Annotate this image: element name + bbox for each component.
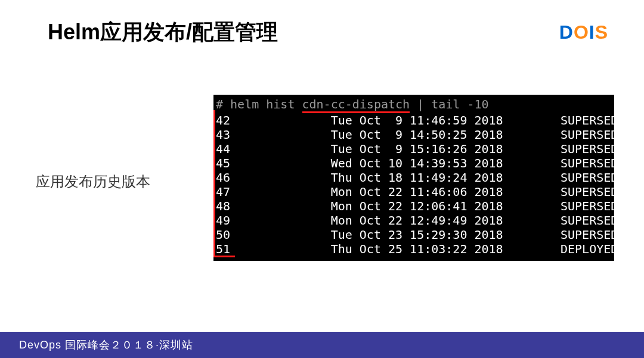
logo-i: I xyxy=(589,21,595,43)
cmd-release-name: cdn-cc-dispatch xyxy=(302,97,410,113)
dois-logo: DOIS xyxy=(559,21,608,43)
cmd-tail: | tail -10 xyxy=(410,97,488,111)
red-highlight-bottom xyxy=(213,256,235,257)
red-highlight-vertical xyxy=(213,110,215,257)
terminal-row: 48 Mon Oct 22 12:06:41 2018 SUPERSEDED xyxy=(216,199,607,213)
terminal-row: 44 Tue Oct 9 15:16:26 2018 SUPERSEDED xyxy=(216,142,607,156)
terminal-row: 51 Thu Oct 25 11:03:22 2018 DEPLOYED xyxy=(216,242,607,256)
logo-o: O xyxy=(574,21,589,43)
terminal-row: 47 Mon Oct 22 11:46:06 2018 SUPERSEDED xyxy=(216,185,607,199)
terminal-row: 46 Thu Oct 18 11:49:24 2018 SUPERSEDED xyxy=(216,170,607,185)
slide-title: Helm应用发布/配置管理 xyxy=(48,18,278,47)
terminal-command-line: # helm hist cdn-cc-dispatch | tail -10 xyxy=(216,97,607,113)
terminal-row: 42 Tue Oct 9 11:46:59 2018 SUPERSEDED xyxy=(216,113,607,127)
slide-footer: DevOps 国际峰会２０１８·深圳站 xyxy=(0,332,644,358)
cmd-prompt: # helm hist xyxy=(216,97,302,111)
terminal-screenshot: # helm hist cdn-cc-dispatch | tail -10 4… xyxy=(213,95,614,261)
logo-s: S xyxy=(595,21,608,43)
logo-d: D xyxy=(559,21,574,43)
terminal-row: 45 Wed Oct 10 14:39:53 2018 SUPERSEDED xyxy=(216,156,607,170)
slide-header: Helm应用发布/配置管理 DOIS xyxy=(0,0,644,47)
side-label: 应用发布历史版本 xyxy=(36,172,150,191)
footer-text: DevOps 国际峰会２０１８·深圳站 xyxy=(19,338,193,352)
terminal-row: 50 Tue Oct 23 15:29:30 2018 SUPERSEDED xyxy=(216,228,607,242)
terminal-row: 49 Mon Oct 22 12:49:49 2018 SUPERSEDED xyxy=(216,213,607,228)
terminal-row: 43 Tue Oct 9 14:50:25 2018 SUPERSEDED xyxy=(216,127,607,142)
slide-content: 应用发布历史版本 # helm hist cdn-cc-dispatch | t… xyxy=(0,95,644,261)
terminal-rows: 42 Tue Oct 9 11:46:59 2018 SUPERSEDED43 … xyxy=(216,113,607,256)
